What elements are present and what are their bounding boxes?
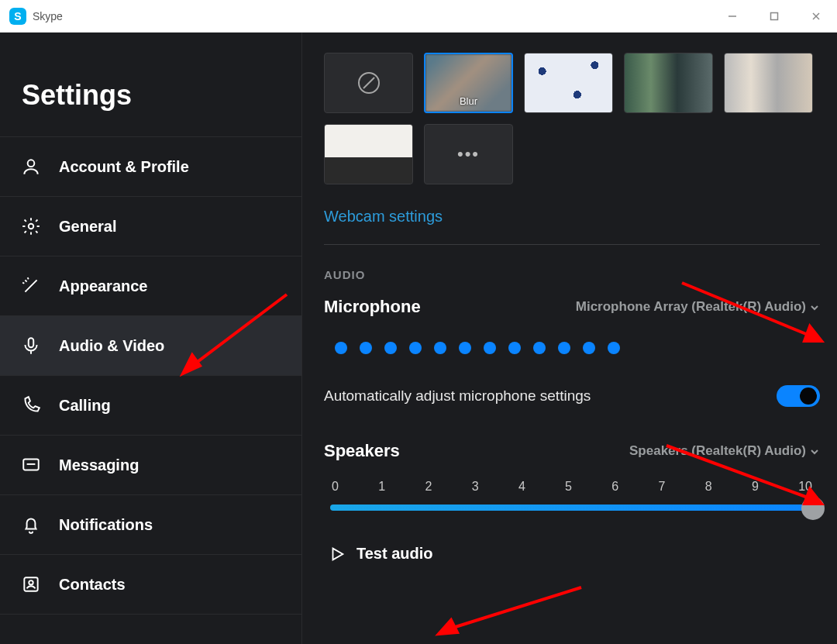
user-icon	[20, 156, 42, 177]
sidebar-item-label: Notifications	[59, 516, 153, 534]
toggle-knob	[800, 387, 817, 405]
speakers-row: Speakers Speakers (Realtek(R) Audio)	[324, 441, 820, 461]
background-more[interactable]: •••	[424, 124, 513, 184]
speaker-volume-slider[interactable]: 0 1 2 3 4 5 6 7 8 9 10	[330, 480, 814, 511]
sidebar-item-label: General	[59, 218, 116, 236]
bell-icon	[20, 514, 42, 536]
speakers-label: Speakers	[324, 441, 400, 461]
slider-ticks: 0 1 2 3 4 5 6 7 8 9 10	[330, 480, 814, 494]
sidebar-item-label: Contacts	[59, 576, 126, 594]
speakers-device-value: Speakers (Realtek(R) Audio)	[629, 443, 806, 459]
app-name: Skype	[33, 10, 63, 22]
svg-point-4	[28, 160, 35, 167]
gear-icon	[20, 215, 42, 237]
sidebar-item-label: Audio & Video	[59, 337, 164, 355]
sidebar-item-audio-video[interactable]: Audio & Video	[0, 315, 301, 375]
svg-rect-6	[29, 338, 34, 347]
settings-content: Blur ••• Webcam settings AUDIO Microphon…	[302, 33, 837, 644]
sidebar-item-label: Appearance	[59, 277, 148, 295]
microphone-device-value: Microphone Array (Realtek(R) Audio)	[576, 299, 806, 315]
sidebar-item-appearance[interactable]: Appearance	[0, 256, 301, 315]
more-icon: •••	[457, 144, 480, 164]
skype-logo-icon: S	[9, 8, 26, 25]
window-controls	[711, 0, 837, 33]
webcam-settings-link[interactable]: Webcam settings	[324, 208, 443, 226]
test-audio-button[interactable]: Test audio	[324, 545, 820, 563]
background-office-1[interactable]	[624, 53, 713, 113]
sidebar-item-label: Calling	[59, 397, 111, 415]
test-audio-label: Test audio	[356, 545, 433, 563]
settings-sidebar: Settings Account & Profile General Appea…	[0, 33, 302, 644]
slider-track	[330, 505, 814, 511]
microphone-icon	[20, 335, 42, 356]
svg-point-5	[29, 224, 34, 229]
microphone-label: Microphone	[324, 297, 421, 317]
auto-adjust-label: Automatically adjust microphone settings	[324, 387, 591, 405]
sidebar-item-general[interactable]: General	[0, 196, 301, 256]
phone-icon	[20, 394, 42, 416]
background-pattern[interactable]	[524, 53, 613, 113]
sidebar-item-messaging[interactable]: Messaging	[0, 435, 301, 494]
play-icon	[329, 546, 346, 563]
auto-adjust-toggle[interactable]	[777, 385, 820, 407]
sidebar-item-notifications[interactable]: Notifications	[0, 494, 301, 554]
background-window[interactable]	[324, 124, 413, 184]
sidebar-item-account[interactable]: Account & Profile	[0, 136, 301, 196]
background-effects-row: Blur •••	[324, 53, 820, 184]
svg-marker-11	[333, 548, 343, 560]
chevron-down-icon	[809, 446, 820, 456]
background-office-2[interactable]	[724, 53, 813, 113]
none-icon	[358, 72, 380, 94]
close-button[interactable]	[795, 0, 837, 33]
contacts-icon	[20, 573, 42, 595]
svg-rect-1	[771, 13, 778, 20]
sidebar-item-label: Account & Profile	[59, 158, 189, 176]
audio-section-title: AUDIO	[324, 268, 820, 281]
sidebar-item-contacts[interactable]: Contacts	[0, 554, 301, 615]
settings-title: Settings	[0, 33, 301, 136]
maximize-button[interactable]	[753, 0, 795, 33]
minimize-button[interactable]	[711, 0, 753, 33]
microphone-level-indicator	[324, 326, 820, 376]
svg-point-10	[29, 580, 33, 584]
speakers-device-dropdown[interactable]: Speakers (Realtek(R) Audio)	[629, 443, 820, 459]
microphone-device-dropdown[interactable]: Microphone Array (Realtek(R) Audio)	[576, 299, 820, 315]
message-icon	[20, 454, 42, 476]
background-none[interactable]	[324, 53, 413, 113]
section-divider	[324, 244, 820, 245]
microphone-row: Microphone Microphone Array (Realtek(R) …	[324, 297, 820, 317]
auto-adjust-row: Automatically adjust microphone settings	[324, 385, 820, 407]
chevron-down-icon	[809, 301, 820, 312]
wand-icon	[20, 275, 42, 297]
slider-thumb[interactable]	[801, 497, 825, 520]
sidebar-item-calling[interactable]: Calling	[0, 375, 301, 435]
background-blur[interactable]: Blur	[424, 53, 513, 113]
sidebar-item-label: Messaging	[59, 456, 139, 474]
blur-caption: Blur	[425, 95, 512, 107]
window-titlebar: S Skype	[0, 0, 837, 33]
